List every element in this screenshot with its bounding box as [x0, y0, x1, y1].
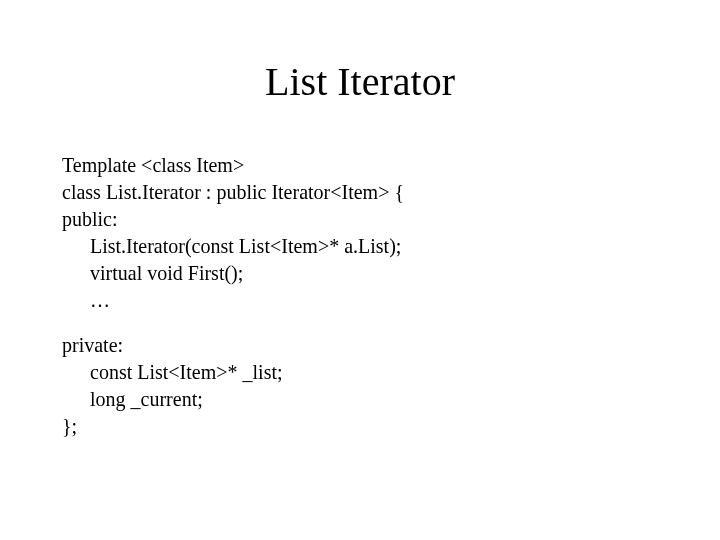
code-line: long _current; — [62, 386, 662, 413]
code-line: virtual void First(); — [62, 260, 662, 287]
code-line: private: — [62, 332, 662, 359]
slide-body: Template <class Item> class List.Iterato… — [62, 152, 662, 440]
code-line: Template <class Item> — [62, 152, 662, 179]
slide: List Iterator Template <class Item> clas… — [0, 0, 720, 540]
code-line: public: — [62, 206, 662, 233]
code-line: List.Iterator(const List<Item>* a.List); — [62, 233, 662, 260]
code-line: }; — [62, 413, 662, 440]
code-line: class List.Iterator : public Iterator<It… — [62, 179, 662, 206]
slide-title: List Iterator — [0, 58, 720, 105]
code-line: const List<Item>* _list; — [62, 359, 662, 386]
code-line: … — [62, 287, 662, 314]
